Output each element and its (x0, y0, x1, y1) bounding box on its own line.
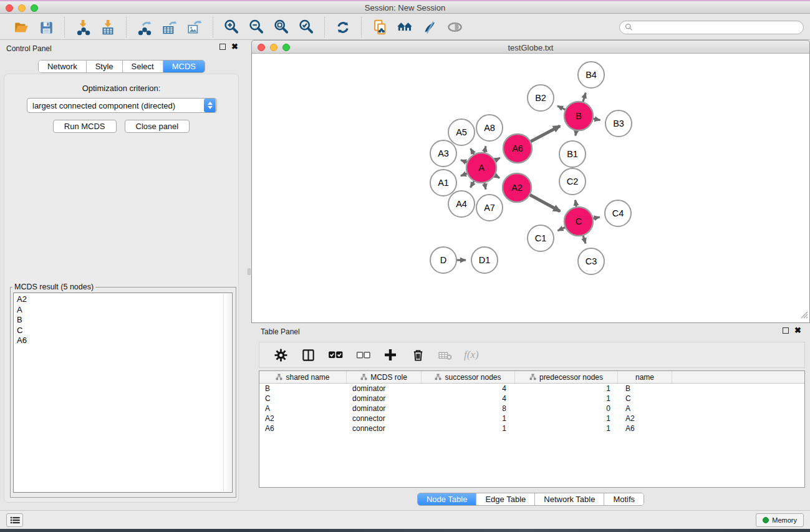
dropdown-stepper-icon (204, 99, 216, 112)
hide-graphics-details-icon[interactable] (419, 17, 440, 38)
result-item[interactable]: A2 (17, 294, 232, 305)
table-row[interactable]: Bdominator41B (259, 384, 804, 394)
graph-edge-A-A7[interactable] (485, 183, 486, 190)
graph-edge-B-B1[interactable] (576, 130, 576, 136)
resize-grip[interactable] (799, 310, 808, 321)
node-table-header: shared nameMCDS rolesuccessor nodesprede… (259, 371, 804, 384)
table-cell: 1 (515, 394, 618, 404)
graph-node-label-C: C (576, 216, 582, 226)
table-row[interactable]: A2connector11A2 (259, 414, 804, 423)
optimization-criterion-label: Optimization criterion: (4, 84, 238, 93)
delete-column-icon[interactable] (407, 344, 428, 365)
toolbar-separator (213, 17, 213, 37)
graph-edge-A-A1[interactable] (461, 173, 468, 176)
search-input[interactable] (633, 23, 798, 32)
export-network-icon[interactable] (134, 17, 155, 38)
table-cell: C (259, 394, 347, 404)
graph-edge-B-B3[interactable] (593, 118, 600, 120)
select-all-columns-icon[interactable] (325, 344, 346, 365)
table-cell: dominator (347, 394, 422, 404)
table-row[interactable]: Adominator80A (259, 404, 804, 414)
import-table-icon[interactable] (97, 17, 118, 38)
tab-node-table[interactable]: Node Table (418, 493, 476, 505)
criterion-dropdown[interactable]: largest connected component (directed) (27, 98, 217, 113)
graph-edge-A-A8[interactable] (485, 146, 486, 153)
column-header-MCDS-role[interactable]: MCDS role (347, 371, 422, 383)
tab-style[interactable]: Style (86, 60, 122, 72)
float-table-panel-icon[interactable] (783, 327, 789, 334)
graph-edge-C-C3[interactable] (583, 235, 586, 243)
refresh-network-icon[interactable] (332, 17, 354, 38)
export-image-icon[interactable] (184, 17, 205, 38)
memory-label: Memory (772, 516, 797, 524)
zoom-selected-icon[interactable] (296, 17, 317, 38)
table-cell: B (259, 384, 347, 394)
tab-network-table[interactable]: Network Table (534, 493, 604, 505)
column-header-name[interactable]: name (618, 371, 672, 383)
column-header-shared-name[interactable]: shared name (259, 371, 347, 383)
table-cell: A (259, 404, 347, 414)
run-mcds-button[interactable]: Run MCDS (53, 120, 117, 133)
table-cell: A2 (259, 414, 347, 423)
close-panel-button[interactable]: Close panel (125, 120, 190, 133)
delete-table-icon[interactable] (435, 344, 456, 365)
graph-edge-A6-B[interactable] (530, 126, 560, 142)
export-table-icon[interactable] (159, 17, 180, 38)
table-cell: 1 (515, 423, 618, 433)
column-header-predecessor-nodes[interactable]: predecessor nodes (515, 371, 618, 383)
graph-edge-C-C2[interactable] (576, 200, 577, 208)
graph-edge-A-A2[interactable] (494, 175, 499, 178)
search-field[interactable] (619, 21, 804, 34)
close-panel-icon[interactable]: ✖ (231, 44, 238, 50)
graph-edge-B-B2[interactable] (557, 106, 566, 110)
network-canvas[interactable]: AA1A2A3A4A5A6A7A8BB1B2B3B4CC1C2C3C4DD1 (251, 54, 810, 323)
zoom-out-icon[interactable] (246, 17, 267, 38)
duplicate-network-icon[interactable] (369, 17, 390, 38)
table-cell: 1 (515, 384, 618, 394)
table-cell: 1 (422, 423, 515, 433)
task-history-button[interactable] (6, 513, 23, 527)
graph-edge-B-B4[interactable] (583, 93, 586, 102)
table-row[interactable]: A6connector11A6 (259, 423, 804, 433)
float-panel-icon[interactable] (219, 44, 226, 50)
result-item[interactable]: C (17, 326, 232, 336)
table-row[interactable]: Cdominator41C (259, 394, 804, 404)
function-builder-icon[interactable]: f(x) (464, 349, 479, 361)
graph-edge-A-A4[interactable] (470, 181, 474, 188)
close-table-panel-icon[interactable]: ✖ (794, 327, 801, 334)
add-column-icon[interactable] (380, 344, 401, 365)
result-item[interactable]: A6 (17, 336, 232, 346)
graph-node-label-A5: A5 (456, 127, 467, 137)
graph-edge-A2-C[interactable] (529, 195, 560, 211)
table-cell: B (618, 384, 672, 394)
tab-select[interactable]: Select (122, 60, 163, 72)
column-type-icon (276, 374, 282, 380)
tab-network[interactable]: Network (39, 60, 86, 72)
tab-edge-table[interactable]: Edge Table (476, 493, 534, 505)
show-all-networks-icon[interactable] (394, 17, 415, 38)
save-session-icon[interactable] (36, 17, 57, 38)
table-settings-icon[interactable] (270, 344, 291, 365)
column-header-successor-nodes[interactable]: successor nodes (422, 371, 515, 383)
graph-edge-C-C1[interactable] (557, 227, 566, 231)
import-network-icon[interactable] (72, 17, 94, 38)
result-item[interactable]: B (17, 315, 232, 326)
graph-edge-A-A6[interactable] (494, 158, 500, 161)
deselect-all-columns-icon[interactable] (352, 344, 374, 365)
column-layout-icon[interactable] (297, 344, 319, 365)
show-graphics-details-icon[interactable] (444, 17, 465, 38)
tab-motifs[interactable]: Motifs (604, 493, 644, 505)
result-item[interactable]: A (17, 305, 232, 316)
result-scrollbar[interactable] (223, 294, 231, 491)
table-cell: dominator (347, 404, 422, 414)
zoom-fit-icon[interactable] (271, 17, 292, 38)
tab-mcds[interactable]: MCDS (163, 60, 205, 72)
memory-button[interactable]: Memory (756, 513, 804, 527)
open-session-icon[interactable] (11, 17, 32, 38)
graph-edge-A-A3[interactable] (461, 160, 467, 163)
graph-edge-C-C4[interactable] (593, 217, 600, 218)
zoom-in-icon[interactable] (221, 17, 242, 38)
table-cell: C (618, 394, 672, 404)
panel-divider-grip[interactable] (248, 268, 251, 275)
graph-edge-A-A5[interactable] (471, 148, 475, 155)
